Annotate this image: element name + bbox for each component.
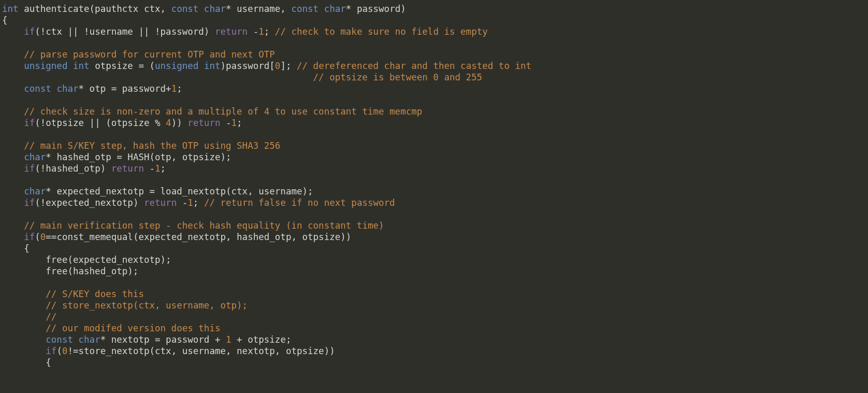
code-token: return <box>187 118 220 128</box>
code-token: ; <box>193 198 204 208</box>
code-token: unsigned <box>24 61 67 71</box>
code-token: + otpsize; <box>232 334 292 345</box>
code-token: // return false if no next password <box>204 198 395 208</box>
code-token: ==const_memequal(expected_nextotp, hashe… <box>46 232 351 242</box>
code-line: char* hashed_otp = HASH(otp, otpsize); <box>2 152 232 162</box>
code-token: - <box>248 26 258 37</box>
code-token <box>2 175 8 185</box>
code-token <box>2 26 24 37</box>
code-line: char* expected_nextotp = load_nextotp(ct… <box>2 186 313 197</box>
code-token <box>2 61 24 71</box>
code-line: { <box>2 15 8 25</box>
code-token: 4 <box>166 118 171 128</box>
code-line: { <box>2 243 30 254</box>
code-token: char <box>79 334 100 345</box>
code-token: { <box>2 15 8 25</box>
code-token: // main S/KEY step, hash the OTP using S… <box>24 141 280 151</box>
code-token: 1 <box>187 198 193 208</box>
code-line: // main verification step - check hash e… <box>2 220 384 231</box>
code-token: * otp = password+ <box>79 83 171 94</box>
code-line: int authenticate(pauthctx ctx, const cha… <box>2 4 406 14</box>
code-token: const <box>46 334 73 345</box>
code-token <box>2 186 24 197</box>
code-token: const <box>171 4 199 14</box>
code-token: int <box>204 61 221 71</box>
code-line: // optsize is between 0 and 255 <box>2 72 482 82</box>
code-token: (!expected_nextotp) <box>35 198 144 208</box>
code-token: authenticate(pauthctx ctx, <box>19 4 171 14</box>
code-token: - <box>144 163 155 174</box>
code-token: - <box>220 118 231 128</box>
code-token: free(expected_nextotp); <box>2 255 171 265</box>
code-token: (!otpsize || (otpsize % <box>35 118 166 128</box>
code-token <box>319 4 324 14</box>
code-token: // main verification step - check hash e… <box>24 220 384 231</box>
code-line: if(!expected_nextotp) return -1; // retu… <box>2 198 395 208</box>
code-token: // check size is non-zero and a multiple… <box>24 106 422 117</box>
code-token: ; <box>177 83 182 94</box>
code-token: const <box>24 83 51 94</box>
code-token: !=store_nextotp(ctx, username, nextotp, … <box>67 346 335 356</box>
code-line: // main S/KEY step, hash the OTP using S… <box>2 141 280 151</box>
code-token <box>2 106 24 117</box>
code-token: // <box>46 312 56 322</box>
code-token: ; <box>161 163 166 174</box>
code-token: // check to make sure no field is empty <box>275 26 488 37</box>
code-line: free(hashed_otp); <box>2 266 138 276</box>
code-line: const char* otp = password+1; <box>2 83 182 94</box>
code-token <box>2 198 24 208</box>
code-token: * hashed_otp = HASH(otp, otpsize); <box>46 152 231 162</box>
code-token: - <box>177 198 187 208</box>
code-token <box>198 4 204 14</box>
code-token: // parse password for current OTP and ne… <box>24 49 275 60</box>
code-line: if(!ctx || !username || !password) retur… <box>2 26 488 37</box>
code-token: // S/KEY does this <box>46 289 144 299</box>
code-line: // store_nextotp(ctx, username, otp); <box>2 300 248 311</box>
code-line: // <box>2 312 56 322</box>
code-token: char <box>24 186 46 197</box>
code-token: if <box>24 118 35 128</box>
code-token: * password) <box>346 4 406 14</box>
code-token: ( <box>35 232 40 242</box>
code-token: 0 <box>40 232 46 242</box>
code-token: unsigned <box>155 61 198 71</box>
code-token <box>2 72 313 82</box>
code-token <box>2 346 46 356</box>
code-token: ; <box>237 118 242 128</box>
code-line: free(expected_nextotp); <box>2 255 171 265</box>
code-token <box>73 334 79 345</box>
code-line: // S/KEY does this <box>2 289 144 299</box>
code-token: if <box>24 163 35 174</box>
code-token <box>2 323 46 333</box>
code-line <box>2 95 8 105</box>
code-line: unsigned int otpsize = (unsigned int)pas… <box>2 61 531 71</box>
code-line <box>2 129 8 139</box>
code-line <box>2 38 8 48</box>
code-token <box>67 61 73 71</box>
code-line: // our modifed version does this <box>2 323 220 333</box>
code-token <box>2 209 8 219</box>
code-line: const char* nextotp = password + 1 + otp… <box>2 334 291 345</box>
code-token: char <box>324 4 346 14</box>
code-token: 1 <box>232 118 237 128</box>
code-token <box>2 83 24 94</box>
code-token: * nextotp = password + <box>100 334 226 345</box>
code-block: int authenticate(pauthctx ctx, const cha… <box>0 0 868 371</box>
code-token <box>198 61 204 71</box>
code-line <box>2 209 8 219</box>
code-token: (!ctx || !username || !password) <box>35 26 215 37</box>
code-token: int <box>2 4 19 14</box>
code-token: 1 <box>258 26 264 37</box>
code-token <box>2 129 8 139</box>
code-token: { <box>2 357 51 368</box>
code-token: // our modifed version does this <box>46 323 220 333</box>
code-token: if <box>24 232 35 242</box>
code-token <box>2 289 46 299</box>
code-token <box>2 141 24 151</box>
code-token: free(hashed_otp); <box>2 266 138 276</box>
code-token: if <box>46 346 56 356</box>
code-token <box>2 49 24 60</box>
code-token: (!hashed_otp) <box>35 163 111 174</box>
code-line: if(0==const_memequal(expected_nextotp, h… <box>2 232 351 242</box>
code-token <box>2 95 8 105</box>
